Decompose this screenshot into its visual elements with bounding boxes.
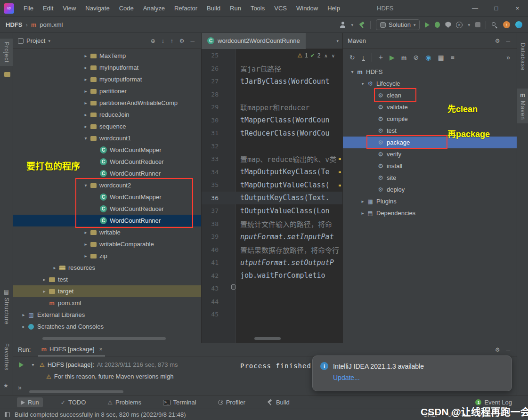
- maven-item-plugins[interactable]: ▸▦Plugins: [343, 195, 517, 207]
- project-item-sequence[interactable]: ▸sequence: [13, 121, 201, 132]
- tab-list-caret-icon[interactable]: ▾: [336, 39, 339, 43]
- menu-vcs[interactable]: VCS: [269, 0, 292, 17]
- editor-line-39[interactable]: 39nputFormat.setInputPat: [202, 230, 342, 243]
- chevron-collapsed-icon[interactable]: ▸: [359, 199, 366, 204]
- run-icon[interactable]: ▶: [390, 54, 395, 61]
- project-item-partitionerandwritiablecomp[interactable]: ▸partitionerAndWritiableComp: [13, 97, 201, 109]
- menu-refactor[interactable]: Refactor: [170, 0, 202, 17]
- breadcrumb-project[interactable]: HDFS: [6, 21, 22, 28]
- hide-icon[interactable]: ─: [190, 38, 195, 44]
- run-tree-node[interactable]: ▾ ⚠ HDFS [package]: At 2023/9/11 216 sec…: [29, 361, 178, 368]
- editor-line-45[interactable]: 45: [202, 308, 342, 321]
- run-button[interactable]: [425, 22, 430, 28]
- collapse-all-icon[interactable]: ↑: [171, 38, 173, 44]
- toolwindow-problems[interactable]: ⚠Problems: [104, 397, 145, 407]
- editor-horizontal-scrollbar[interactable]: [254, 337, 281, 340]
- chevron-collapsed-icon[interactable]: ▸: [359, 210, 366, 216]
- toolwindow-toggle-icon[interactable]: [5, 412, 10, 417]
- toolwindow-todo[interactable]: ✓TODO: [57, 397, 89, 407]
- menu-code[interactable]: Code: [114, 0, 138, 17]
- chevron-collapsed-icon[interactable]: ▸: [82, 124, 89, 129]
- menu-window[interactable]: Window: [292, 0, 323, 17]
- user-dropdown-caret-icon[interactable]: ▾: [351, 23, 353, 27]
- profiles-icon[interactable]: ◉: [425, 54, 431, 61]
- project-item-wordcountreducer[interactable]: CWordCountReducer: [13, 203, 201, 215]
- chevron-collapsed-icon[interactable]: ▸: [82, 242, 89, 247]
- update-available-icon[interactable]: ↑: [503, 21, 510, 28]
- settings-icon[interactable]: ⚙: [179, 38, 185, 44]
- chevron-collapsed-icon[interactable]: ▸: [82, 89, 89, 94]
- toolwindow-run[interactable]: Run: [17, 397, 43, 407]
- fold-marker-icon[interactable]: [231, 284, 236, 290]
- project-item-scratches-and-consoles[interactable]: ▸Scratches and Consoles: [13, 321, 201, 332]
- chevron-expanded-icon[interactable]: ▾: [349, 69, 356, 74]
- project-item-wordcount2[interactable]: ▾wordcount2: [13, 179, 201, 191]
- editor-line-35[interactable]: 35tMapOutputValueClass(: [202, 178, 342, 192]
- maven-item-lifecycle[interactable]: ▾⚙Lifecycle: [343, 78, 517, 89]
- maven-item-deploy[interactable]: ⚙deploy: [343, 184, 517, 195]
- chevron-collapsed-icon[interactable]: ▸: [20, 312, 27, 317]
- update-link[interactable]: Update...: [333, 374, 504, 381]
- menu-run[interactable]: Run: [225, 0, 246, 17]
- warning-stripe-mark[interactable]: [339, 185, 341, 186]
- skip-tests-icon[interactable]: ⊘: [413, 54, 419, 61]
- warning-stripe-mark[interactable]: [339, 158, 341, 160]
- project-item-wordcountmapper[interactable]: CWordCountMapper: [13, 144, 201, 156]
- maven-item-dependencies[interactable]: ▸▤Dependencies: [343, 207, 517, 219]
- editor-content[interactable]: 2526置jar包路径27tJarByClass(WordCount2829联m…: [202, 49, 342, 343]
- editor-line-38[interactable]: 38置统计文件输入的路径，将命: [202, 218, 342, 231]
- project-item-maxtemp[interactable]: ▸MaxTemp: [13, 50, 201, 62]
- menu-edit[interactable]: Edit: [38, 0, 58, 17]
- chevron-collapsed-icon[interactable]: ▸: [82, 230, 89, 235]
- project-view-caret-icon[interactable]: ▾: [48, 39, 50, 43]
- editor-line-41[interactable]: 41utputFormat.setOutputP: [202, 256, 342, 269]
- menu-navigate[interactable]: Navigate: [81, 0, 114, 17]
- editor-line-36[interactable]: 36tOutputKeyClass(Text.: [202, 192, 342, 205]
- toolwindow-profiler[interactable]: Profiler: [214, 397, 249, 407]
- run-configuration-selector[interactable]: Solution ▾: [376, 19, 420, 30]
- menu-help[interactable]: Help: [323, 0, 345, 17]
- chevron-collapsed-icon[interactable]: ▸: [82, 53, 89, 58]
- maximize-button[interactable]: □: [486, 0, 507, 17]
- inspection-widget[interactable]: ⚠ 1 ✔ 2 ∧ ∨: [297, 52, 335, 59]
- project-horizontal-scrollbar[interactable]: [42, 337, 166, 340]
- project-item-target[interactable]: ▸target: [13, 285, 201, 297]
- project-item-wordcount1[interactable]: ▾wordcount1: [13, 132, 201, 144]
- editor-line-42[interactable]: 42job.waitForCompletio: [202, 269, 342, 283]
- close-button[interactable]: ×: [507, 0, 528, 17]
- favorites-star-icon[interactable]: ★: [3, 382, 8, 389]
- expand-all-icon[interactable]: ↓: [162, 38, 164, 44]
- chevron-collapsed-icon[interactable]: ▸: [51, 265, 58, 270]
- project-item-wordcountmapper[interactable]: CWordCountMapper: [13, 191, 201, 203]
- editor-line-28[interactable]: 28: [202, 88, 342, 101]
- maven-item-verify[interactable]: ⚙verify: [343, 148, 517, 160]
- editor-line-40[interactable]: 40置结果数据存放路径，将命令行: [202, 243, 342, 257]
- locate-icon[interactable]: ⊕: [151, 38, 155, 44]
- editor-line-27[interactable]: 27tJarByClass(WordCount: [202, 75, 342, 88]
- settings-icon[interactable]: ⚙: [495, 347, 500, 353]
- search-everywhere-icon[interactable]: [491, 22, 498, 28]
- code-with-me-icon[interactable]: [515, 21, 522, 28]
- menu-tools[interactable]: Tools: [246, 0, 269, 17]
- editor-line-37[interactable]: 37tOutputValueClass(Lon: [202, 204, 342, 218]
- filter-icon[interactable]: ≡: [451, 54, 455, 61]
- run-tab[interactable]: m HDFS [package] ×: [38, 343, 105, 356]
- hide-icon[interactable]: ─: [506, 347, 510, 353]
- menu-analyze[interactable]: Analyze: [138, 0, 170, 17]
- project-item-wordcountrunner[interactable]: CWordCountRunner: [13, 215, 201, 226]
- maven-settings-icon[interactable]: m: [401, 54, 407, 61]
- add-icon[interactable]: +: [379, 53, 383, 62]
- editor-line-30[interactable]: 30tMapperClass(WordCoun: [202, 114, 342, 127]
- toolwindow-build[interactable]: Build: [263, 397, 293, 407]
- refresh-icon[interactable]: ↻: [349, 54, 355, 61]
- menu-build[interactable]: Build: [202, 0, 225, 17]
- stripe-favorites-button[interactable]: Favorites: [0, 340, 13, 374]
- project-item-myoutputformat[interactable]: ▸myoutputformat: [13, 73, 201, 85]
- maven-item-test[interactable]: ⚙test: [343, 125, 517, 137]
- project-item-reducejoin[interactable]: ▸reduceJoin: [13, 109, 201, 121]
- chevron-collapsed-icon[interactable]: ▸: [41, 289, 48, 294]
- stripe-maven-button[interactable]: m Maven: [517, 89, 528, 123]
- project-item-test[interactable]: ▸test: [13, 274, 201, 285]
- chevron-expanded-icon[interactable]: ▾: [29, 362, 37, 367]
- chevron-collapsed-icon[interactable]: ▸: [82, 77, 89, 82]
